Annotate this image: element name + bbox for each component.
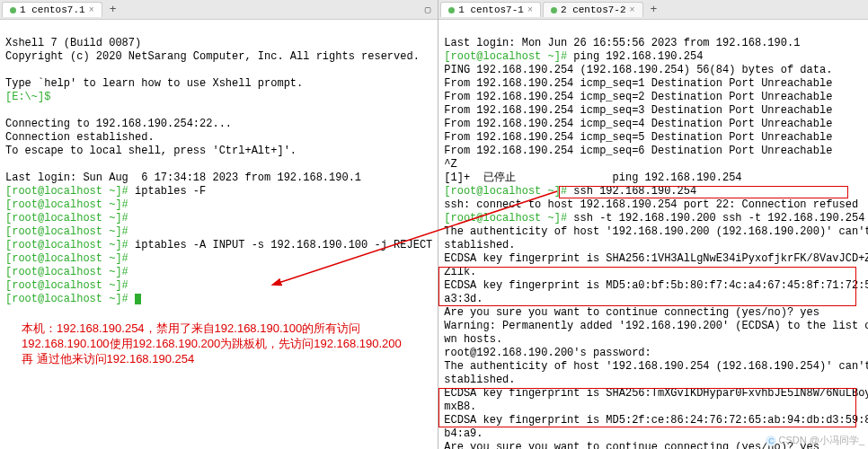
line: From 192.168.190.254 icmp_seq=1 Destinat…	[444, 77, 832, 90]
line: Are you sure you want to continue connec…	[444, 306, 819, 319]
prompt: [root@localhost ~]#	[5, 252, 135, 265]
prompt: [root@localhost ~]#	[444, 185, 573, 198]
csdn-logo-icon: C	[766, 436, 776, 446]
cursor-icon	[135, 294, 141, 304]
right-tabbar: 1 centos7-1 × 2 centos7-2 × +	[438, 0, 868, 20]
watermark-text: CSDN @小冯同学_	[778, 435, 864, 445]
cmd: iptables -A INPUT -s 192.168.190.100 -j …	[135, 239, 432, 251]
line: Last login: Mon Jun 26 16:55:56 2023 fro…	[444, 37, 800, 49]
annotation-text: 本机：192.168.190.254，禁用了来自192.168.190.100的…	[22, 305, 402, 366]
cmd: iptables -F	[135, 185, 206, 198]
line: Type `help' to learn how to use Xshell p…	[5, 77, 303, 90]
tab-label: 1 centos7-1	[458, 4, 524, 15]
prompt: [root@localhost ~]#	[5, 293, 135, 305]
line: Connecting to 192.168.190.254:22...	[5, 118, 232, 130]
left-terminal[interactable]: Xshell 7 (Build 0087) Copyright (c) 2020…	[0, 20, 438, 449]
line: From 192.168.190.254 icmp_seq=2 Destinat…	[444, 91, 832, 103]
watermark: CCSDN @小冯同学_	[766, 434, 864, 447]
prompt: [root@localhost ~]#	[5, 185, 135, 198]
line: Copyright (c) 2020 NetSarang Computer, I…	[5, 50, 420, 63]
line: stablished.	[444, 239, 515, 251]
line: Warning: Permanently added '192.168.190.…	[444, 320, 868, 332]
annot-line: 本机：192.168.190.254，禁用了来自192.168.190.100的…	[22, 321, 360, 335]
line: stablished.	[444, 374, 515, 386]
line: ECDSA key fingerprint is MD5:a0:bf:5b:80…	[444, 279, 868, 292]
left-tabbar: 1 centos7.1 × + ▢	[0, 0, 438, 20]
line: ^Z	[444, 158, 456, 171]
line: From 192.168.190.254 icmp_seq=3 Destinat…	[444, 104, 832, 117]
prompt: [E:\~]$	[5, 91, 50, 103]
status-dot-icon	[448, 7, 455, 13]
prompt: [root@localhost ~]#	[5, 279, 135, 292]
line: root@192.168.190.200's password:	[444, 347, 651, 359]
status-dot-icon	[551, 7, 557, 13]
line: ECDSA key fingerprint is SHA256:1VH3AlLg…	[444, 252, 868, 265]
right-terminal[interactable]: Last login: Mon Jun 26 16:55:56 2023 fro…	[438, 20, 868, 449]
add-tab-button-left[interactable]: +	[104, 3, 122, 16]
line: Are you sure you want to continue connec…	[444, 441, 819, 449]
tab-label: 2 centos7-2	[561, 4, 626, 15]
cmd: ping 192.168.190.254	[573, 50, 703, 63]
line: From 192.168.190.254 icmp_seq=6 Destinat…	[444, 145, 832, 157]
cmd: ssh 192.168.190.254	[573, 185, 696, 198]
prompt: [root@localhost ~]#	[5, 239, 135, 251]
popout-icon[interactable]: ▢	[421, 4, 435, 15]
line: Xshell 7 (Build 0087)	[5, 37, 141, 49]
close-icon[interactable]: ×	[527, 5, 533, 15]
line: The authenticity of host '192.168.190.25…	[444, 360, 868, 373]
line: ping 192.168.190.254	[613, 172, 742, 184]
status-dot-icon	[10, 7, 16, 13]
line: The authenticity of host '192.168.190.20…	[444, 225, 868, 238]
line: ECDSA key fingerprint is MD5:2f:ce:86:24…	[444, 414, 868, 427]
line: PING 192.168.190.254 (192.168.190.254) 5…	[444, 64, 832, 76]
cmd: ssh -t 192.168.190.200 ssh -t 192.168.19…	[573, 212, 864, 224]
prompt: [root@localhost ~]#	[5, 198, 135, 211]
add-tab-button-right[interactable]: +	[645, 3, 663, 16]
prompt: [root@localhost ~]#	[444, 212, 573, 224]
annot-line: 192.168.190.100使用192.168.190.200为跳板机，先访问…	[22, 337, 402, 350]
right-pane: 1 centos7-1 × 2 centos7-2 × + Last login…	[438, 0, 868, 449]
line: From 192.168.190.254 icmp_seq=4 Destinat…	[444, 118, 832, 130]
line: b4:a9.	[444, 427, 483, 440]
line: Zilk.	[444, 266, 476, 278]
left-pane: 1 centos7.1 × + ▢ Xshell 7 (Build 0087) …	[0, 0, 438, 449]
line: ECDSA key fingerprint is SHA256:TmXGvIKD…	[444, 387, 868, 400]
prompt: [root@localhost ~]#	[5, 212, 135, 224]
line: [1]+ 已停止	[444, 172, 515, 184]
line: Last login: Sun Aug 6 17:34:18 2023 from…	[5, 172, 361, 184]
prompt: [root@localhost ~]#	[5, 225, 135, 238]
line: a3:3d.	[444, 293, 483, 305]
tab-centos72-right[interactable]: 2 centos7-2 ×	[543, 2, 643, 17]
line: From 192.168.190.254 icmp_seq=5 Destinat…	[444, 131, 832, 144]
tab-centos71-left[interactable]: 1 centos7.1 ×	[2, 2, 102, 17]
prompt: [root@localhost ~]#	[5, 266, 135, 278]
tab-label: 1 centos7.1	[20, 4, 85, 15]
line: mxB8.	[444, 401, 476, 413]
tab-centos71-right[interactable]: 1 centos7-1 ×	[440, 2, 541, 17]
annot-line: 再 通过他来访问192.168.190.254	[22, 352, 194, 365]
line: wn hosts.	[444, 333, 502, 346]
close-icon[interactable]: ×	[89, 5, 94, 15]
close-icon[interactable]: ×	[630, 5, 635, 15]
prompt: [root@localhost ~]#	[444, 50, 573, 63]
line: ssh: connect to host 192.168.190.254 por…	[444, 198, 858, 211]
line: To escape to local shell, press 'Ctrl+Al…	[5, 145, 297, 157]
line: Connection established.	[5, 131, 155, 144]
